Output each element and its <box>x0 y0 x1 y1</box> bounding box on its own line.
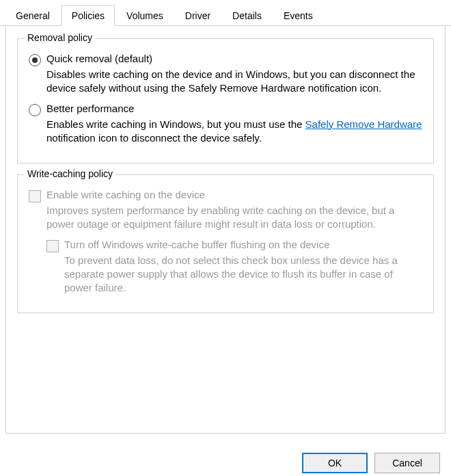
better-performance-option: Better performance Enables write caching… <box>29 103 422 146</box>
tab-volumes[interactable]: Volumes <box>116 5 174 25</box>
write-caching-policy-group: Write-caching policy Enable write cachin… <box>17 174 434 313</box>
dialog-buttons: OK Cancel <box>302 453 440 473</box>
better-performance-radio[interactable] <box>29 104 41 116</box>
tab-bar: General Policies Volumes Driver Details … <box>0 5 451 26</box>
quick-removal-description: Disables write caching on the device and… <box>46 68 422 96</box>
enable-write-caching-label[interactable]: Enable write caching on the device <box>46 189 205 200</box>
better-performance-label[interactable]: Better performance <box>46 103 134 114</box>
write-caching-legend: Write-caching policy <box>25 168 115 179</box>
better-performance-description: Enables write caching in Windows, but yo… <box>46 118 422 146</box>
quick-removal-option: Quick removal (default) Disables write c… <box>29 53 422 96</box>
cancel-button[interactable]: Cancel <box>374 453 440 473</box>
quick-removal-label[interactable]: Quick removal (default) <box>46 53 152 64</box>
turn-off-flushing-label[interactable]: Turn off Windows write-cache buffer flus… <box>64 239 329 250</box>
removal-policy-legend: Removal policy <box>25 32 95 43</box>
tab-general[interactable]: General <box>5 5 60 25</box>
enable-write-caching-checkbox[interactable] <box>29 190 41 202</box>
quick-removal-radio[interactable] <box>29 54 41 66</box>
tab-driver[interactable]: Driver <box>175 5 221 25</box>
turn-off-flushing-option: Turn off Windows write-cache buffer flus… <box>46 239 422 295</box>
removal-policy-group: Removal policy Quick removal (default) D… <box>17 38 434 163</box>
turn-off-flushing-description: To prevent data loss, do not select this… <box>64 254 422 295</box>
tab-details[interactable]: Details <box>222 5 272 25</box>
ok-button[interactable]: OK <box>302 453 368 473</box>
tab-events[interactable]: Events <box>273 5 323 25</box>
device-properties-dialog: General Policies Volumes Driver Details … <box>0 5 451 476</box>
turn-off-flushing-checkbox[interactable] <box>46 240 59 252</box>
safely-remove-hardware-link[interactable]: Safely Remove Hardware <box>305 118 422 130</box>
enable-write-caching-option: Enable write caching on the device Impro… <box>29 189 422 232</box>
tab-policies[interactable]: Policies <box>62 5 115 26</box>
enable-write-caching-description: Improves system performance by enabling … <box>46 204 422 232</box>
tab-content-policies: Removal policy Quick removal (default) D… <box>5 26 446 434</box>
